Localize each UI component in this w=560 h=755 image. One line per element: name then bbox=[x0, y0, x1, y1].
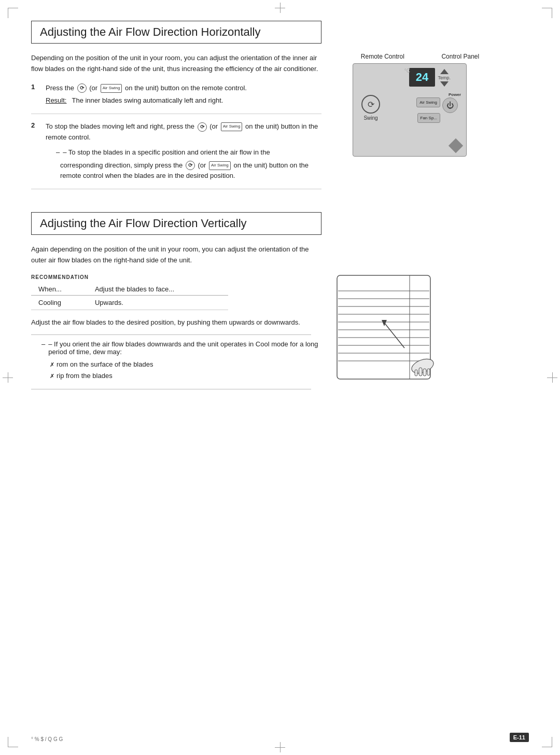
air-swing-panel-btn: Air Swing bbox=[416, 97, 440, 107]
dew-text-1: rip from the blades bbox=[57, 370, 113, 382]
section2-right bbox=[332, 244, 498, 396]
swing-label: Swing bbox=[361, 115, 380, 121]
step2-sub-detail: corresponding direction, simply press th… bbox=[60, 160, 321, 182]
panel-temp-section: Temp. bbox=[438, 69, 451, 87]
degree-symbol: °C bbox=[404, 68, 410, 74]
step-2-item: 2 To stop the blades moving left and rig… bbox=[31, 121, 321, 189]
svg-rect-15 bbox=[427, 369, 430, 375]
section1-intro: Depending on the position of the unit in… bbox=[31, 53, 321, 75]
dew-bullet-1: ✗ rip from the blades bbox=[50, 370, 321, 382]
temp-down-arrow bbox=[440, 81, 449, 87]
recommendation-table: When... Adjust the blades to face... Coo… bbox=[31, 283, 228, 310]
crosshair-left bbox=[3, 372, 13, 383]
table-header-adjust: Adjust the blades to face... bbox=[88, 283, 228, 296]
fan-speed-btn-label: Fan Sp... bbox=[421, 116, 437, 120]
power-label-text: Power bbox=[449, 92, 461, 97]
page-footer: E-11 bbox=[510, 733, 529, 742]
step1-result-line: Result: The inner blades swing automatic… bbox=[46, 95, 247, 106]
swing-circle-icon: ⟳ bbox=[361, 95, 380, 114]
swing-button-icon: ⟳ bbox=[77, 83, 87, 93]
air-swing-badge-1: Air Swing bbox=[101, 84, 122, 93]
fan-speed-panel-btn: Fan Sp... bbox=[417, 113, 440, 123]
remote-control-label: Remote Control bbox=[361, 53, 404, 60]
step1-suffix: on the unit) button on the remote contro… bbox=[125, 84, 247, 92]
section2-intro: Again depending on the position of the u… bbox=[31, 244, 321, 266]
step-2-text: To stop the blades moving left and right… bbox=[46, 121, 321, 181]
step-1-text: Press the ⟳ (or Air Swing on the unit) b… bbox=[46, 83, 247, 107]
step2-open-paren: (or bbox=[209, 122, 220, 130]
section2-title: Adjusting the Air Flow Direction Vertica… bbox=[31, 212, 321, 235]
temp-label: Temp. bbox=[438, 75, 451, 80]
air-swing-btn-label: Air Swing bbox=[419, 100, 437, 105]
step2-text: To stop the blades moving left and right… bbox=[46, 122, 194, 130]
corner-mark-tr bbox=[542, 8, 552, 18]
table-header-row: When... Adjust the blades to face... bbox=[31, 283, 228, 296]
panel-degree: °C bbox=[404, 68, 410, 74]
diamond-decoration bbox=[449, 138, 463, 153]
step2-sub-text: – To stop the blades in a specific posit… bbox=[63, 147, 270, 158]
crosshair-right bbox=[547, 372, 557, 383]
section-horizontal: Adjusting the Air Flow Direction Horizon… bbox=[31, 21, 529, 197]
table-cell-upwards: Upwards. bbox=[88, 295, 228, 310]
table-cell-cooling: Cooling bbox=[31, 295, 88, 310]
step-1-number: 1 bbox=[31, 83, 40, 107]
section2-left: Again depending on the position of the u… bbox=[31, 244, 321, 396]
panel-labels: Remote Control Control Panel bbox=[332, 53, 498, 60]
table-header-when: When... bbox=[31, 283, 88, 296]
ac-unit-diagram bbox=[332, 270, 446, 395]
dew-bullet-item: – – If you orient the air flow blades do… bbox=[41, 340, 321, 356]
svg-point-12 bbox=[410, 356, 436, 376]
page-number: E-11 bbox=[510, 733, 529, 742]
dew-checkmark-1: ✗ bbox=[50, 371, 54, 382]
step1-prefix: Press the bbox=[46, 84, 74, 92]
step1-open-paren: (or bbox=[89, 84, 100, 92]
dew-bullet-0: ✗ rom on the surface of the blades bbox=[50, 359, 321, 370]
control-panel-label: Control Panel bbox=[441, 53, 479, 60]
crosshair-bottom bbox=[275, 742, 285, 752]
footer-text: ° % $ / Q G G bbox=[31, 736, 63, 742]
dew-sub-bullets: ✗ rom on the surface of the blades ✗ rip… bbox=[50, 359, 321, 382]
corner-mark-br bbox=[542, 737, 552, 747]
svg-line-17 bbox=[384, 322, 404, 348]
section1-title: Adjusting the Air Flow Direction Horizon… bbox=[31, 21, 321, 44]
dew-dash: – bbox=[41, 340, 45, 356]
recommendation-label: RECOMMENDATION bbox=[31, 274, 321, 280]
swing-button-icon-2: ⟳ bbox=[198, 122, 207, 132]
bullet-dash-1: – bbox=[56, 147, 60, 158]
table-row: Cooling Upwards. bbox=[31, 295, 228, 310]
step-1-item: 1 Press the ⟳ (or Air Swing on the unit)… bbox=[31, 83, 321, 115]
step-2-number: 2 bbox=[31, 121, 40, 181]
svg-rect-14 bbox=[423, 369, 426, 376]
display-value: 24 bbox=[416, 71, 428, 84]
section1-right: Remote Control Control Panel 24 °C Temp. bbox=[332, 53, 498, 197]
dew-text-0: rom on the surface of the blades bbox=[57, 359, 153, 370]
step1-result-label: Result: bbox=[46, 95, 66, 106]
adjust-text: Adjust the air flow blades to the desire… bbox=[31, 317, 301, 328]
crosshair-top bbox=[275, 3, 285, 13]
section1-left: Depending on the position of the unit in… bbox=[31, 53, 321, 197]
control-panel-diagram: 24 °C Temp. ⟳ Swing Air Sw bbox=[353, 63, 467, 157]
panel-temp-display: 24 bbox=[409, 68, 435, 87]
svg-rect-16 bbox=[415, 370, 417, 376]
step1-result-text: The inner blades swing automatically lef… bbox=[72, 95, 223, 106]
divider-bottom bbox=[31, 389, 311, 389]
dew-bullet-text: – If you orient the air flow blades down… bbox=[48, 340, 321, 356]
step2-sub-or: (or bbox=[198, 161, 208, 169]
temp-up-arrow bbox=[440, 69, 449, 74]
power-button[interactable]: ⏻ bbox=[442, 97, 458, 113]
corner-mark-tl bbox=[8, 8, 18, 18]
svg-rect-13 bbox=[419, 368, 422, 376]
section-vertical: Adjusting the Air Flow Direction Vertica… bbox=[31, 212, 529, 396]
corner-mark-bl bbox=[8, 737, 18, 747]
air-swing-badge-2: Air Swing bbox=[221, 122, 243, 131]
swing-icon-area: ⟳ Swing bbox=[361, 95, 380, 121]
air-swing-badge-3: Air Swing bbox=[209, 161, 231, 170]
step2-sub-bullet: – – To stop the blades in a specific pos… bbox=[56, 147, 321, 158]
swing-button-icon-3: ⟳ bbox=[186, 161, 195, 170]
recommendation-block: RECOMMENDATION When... Adjust the blades… bbox=[31, 274, 321, 310]
step2-sub-text2: corresponding direction, simply press th… bbox=[60, 161, 183, 169]
dew-checkmark-0: ✗ bbox=[50, 360, 54, 370]
divider bbox=[31, 334, 311, 335]
